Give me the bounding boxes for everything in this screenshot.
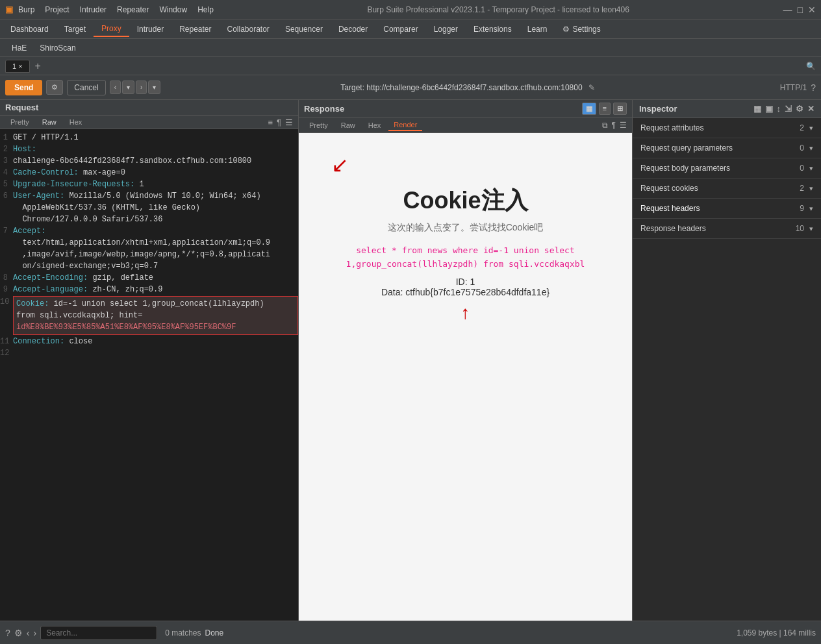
menu-burp[interactable]: Burp (18, 5, 34, 14)
help-icon[interactable]: ? (811, 82, 816, 93)
tab-intruder[interactable]: Intruder (129, 22, 171, 36)
nav-back-button[interactable]: ‹ (110, 80, 121, 94)
minimize-button[interactable]: — (783, 5, 792, 15)
inspector-close-icon[interactable]: ✕ (807, 104, 815, 114)
tab-hae[interactable]: HaE (5, 42, 33, 55)
inspector-title: Inspector (639, 104, 677, 114)
code-line-7: 7 Accept: (0, 225, 298, 237)
inspector-icon-4[interactable]: ⇲ (785, 104, 792, 114)
view-icon-1[interactable]: ▦ (582, 103, 596, 115)
tab-dashboard[interactable]: Dashboard (3, 22, 57, 36)
request-more-icon[interactable]: ☰ (285, 118, 293, 127)
code-line-12: 12 (0, 347, 298, 359)
inspector-item-request-cookies[interactable]: Request cookies 2 ▾ (633, 179, 821, 199)
tab-decoder[interactable]: Decoder (331, 22, 375, 36)
nav-arrows: ‹ ▾ › ▾ (110, 80, 161, 94)
menu-repeater[interactable]: Repeater (117, 5, 149, 14)
edit-target-icon[interactable]: ✎ (588, 83, 595, 92)
tab-proxy[interactable]: Proxy (94, 21, 129, 37)
inspector-item-request-headers[interactable]: Request headers 9 ▾ (633, 199, 821, 219)
tab-logger[interactable]: Logger (426, 22, 466, 36)
request-panel-title: Request (0, 100, 298, 116)
tab-collaborator[interactable]: Collaborator (220, 22, 277, 36)
bottom-fwd-button[interactable]: › (33, 628, 36, 638)
request-wrap-icon[interactable]: ¶ (277, 118, 281, 127)
inspector-icons: ▦ ▣ ↕ ⇲ ⚙ ✕ (753, 104, 815, 114)
response-wrap-icon[interactable]: ¶ (612, 121, 616, 130)
request-tabs: Pretty Raw Hex ≡ ¶ ☰ (0, 116, 298, 129)
target-info: Target: http://challenge-6bc6442fd23684f… (164, 83, 770, 92)
nav-tabs: Dashboard Target Proxy Intruder Repeater… (0, 19, 821, 39)
response-result-id: ID: 1 (456, 277, 475, 287)
search-input[interactable] (40, 626, 157, 640)
response-tabs: Pretty Raw Hex Render ⧉ ¶ ☰ (299, 118, 632, 133)
repeater-tab-1[interactable]: 1 × (5, 60, 30, 73)
inspector-icon-3[interactable]: ↕ (777, 104, 781, 114)
menu-help[interactable]: Help (197, 5, 214, 14)
request-content[interactable]: 1 GET / HTTP/1.1 2 Host: 3 challenge-6bc… (0, 129, 298, 621)
response-tab-raw[interactable]: Raw (336, 120, 360, 130)
response-tab-render[interactable]: Render (388, 119, 422, 131)
match-count-label: 0 matches (165, 628, 201, 638)
code-line-6b: AppleWebKit/537.36 (KHTML, like Gecko) (0, 202, 298, 214)
close-button[interactable]: ✕ (808, 5, 816, 15)
inspector-item-request-body[interactable]: Request body parameters 0 ▾ (633, 158, 821, 179)
code-line-9: 9 Accept-Language: zh-CN, zh;q=0.9 (0, 284, 298, 295)
response-render-content: ↙ Cookie注入 这次的输入点变了。尝试找找Cookie吧 select *… (299, 133, 632, 621)
bottom-gear-icon[interactable]: ⚙ (14, 628, 23, 638)
response-copy-icon[interactable]: ⧉ (602, 121, 608, 130)
code-line-4: 4 Cache-Control: max-age=0 (0, 167, 298, 179)
inspector-gear-icon[interactable]: ⚙ (796, 104, 803, 114)
cancel-button[interactable]: Cancel (67, 80, 105, 95)
code-line-7b: text/html,application/xhtml+xml,applicat… (0, 237, 298, 249)
nav-fwd-dropdown[interactable]: ▾ (148, 80, 160, 94)
inspector-panel: Inspector ▦ ▣ ↕ ⇲ ⚙ ✕ Request attributes… (633, 100, 821, 621)
response-page-title: Cookie注入 (403, 185, 527, 217)
status-right: 1,059 bytes | 164 millis (737, 628, 816, 638)
code-line-1: 1 GET / HTTP/1.1 (0, 132, 298, 143)
menu-intruder[interactable]: Intruder (80, 5, 107, 14)
code-line-11: 11 Connection: close (0, 336, 298, 347)
tab-sequencer[interactable]: Sequencer (277, 22, 331, 36)
inspector-item-request-query[interactable]: Request query parameters 0 ▾ (633, 138, 821, 158)
code-line-6: 6 User-Agent: Mozilla/5.0 (Windows NT 10… (0, 190, 298, 202)
send-button[interactable]: Send (5, 80, 42, 95)
code-line-7d: on/signed-exchange;v=b3;q=0.7 (0, 260, 298, 272)
request-tab-hex[interactable]: Hex (64, 117, 88, 127)
tab-learn[interactable]: Learn (520, 22, 555, 36)
request-tab-pretty[interactable]: Pretty (5, 117, 34, 127)
response-tab-pretty[interactable]: Pretty (304, 120, 333, 130)
tab-repeater[interactable]: Repeater (171, 22, 219, 36)
response-panel-title: Response ▦ ≡ ⊞ (299, 100, 632, 118)
bottom-back-button[interactable]: ‹ (27, 628, 30, 638)
send-options-button[interactable]: ⚙ (46, 80, 63, 95)
tab-comparer[interactable]: Comparer (375, 22, 425, 36)
inspector-header: Inspector ▦ ▣ ↕ ⇲ ⚙ ✕ (633, 100, 821, 118)
tab-shiroscan[interactable]: ShiroScan (33, 42, 82, 55)
bottom-help-icon[interactable]: ? (5, 628, 10, 638)
nav-back-dropdown[interactable]: ▾ (122, 80, 134, 94)
inspector-icon-1[interactable]: ▦ (753, 104, 761, 114)
response-more-icon[interactable]: ☰ (620, 121, 627, 130)
maximize-button[interactable]: □ (798, 5, 803, 15)
new-tab-button[interactable]: + (30, 58, 46, 74)
request-tab-raw[interactable]: Raw (37, 117, 62, 127)
code-line-3: 3 challenge-6bc6442fd23684f7.sandbox.ctf… (0, 155, 298, 167)
search-icon[interactable]: 🔍 (806, 62, 816, 71)
view-icon-2[interactable]: ≡ (599, 103, 611, 115)
inspector-item-request-attributes[interactable]: Request attributes 2 ▾ (633, 118, 821, 138)
repeater-tabs-row: 1 × + 🔍 (0, 57, 821, 75)
tab-settings[interactable]: ⚙ Settings (555, 22, 608, 36)
window-title: Burp Suite Professional v2023.1.1 - Temp… (214, 5, 783, 14)
request-panel: Request Pretty Raw Hex ≡ ¶ ☰ 1 GET / HTT… (0, 100, 299, 621)
tab-extensions[interactable]: Extensions (466, 22, 520, 36)
inspector-item-response-headers[interactable]: Response headers 10 ▾ (633, 219, 821, 239)
nav-fwd-button[interactable]: › (136, 80, 147, 94)
response-tab-hex[interactable]: Hex (363, 120, 386, 130)
request-format-icon[interactable]: ≡ (268, 118, 273, 127)
tab-target[interactable]: Target (57, 22, 94, 36)
menu-project[interactable]: Project (45, 5, 69, 14)
view-icon-3[interactable]: ⊞ (613, 103, 627, 115)
inspector-icon-2[interactable]: ▣ (765, 104, 773, 114)
menu-window[interactable]: Window (159, 5, 187, 14)
